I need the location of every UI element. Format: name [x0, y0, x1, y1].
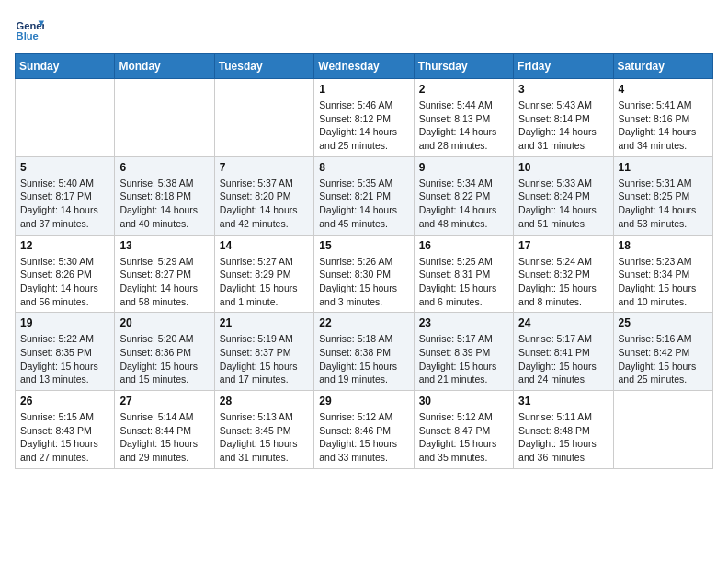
- day-info: Sunrise: 5:25 AMSunset: 8:31 PMDaylight:…: [419, 255, 508, 309]
- day-info: Sunrise: 5:15 AMSunset: 8:43 PMDaylight:…: [20, 410, 109, 465]
- calendar-cell: 13Sunrise: 5:29 AMSunset: 8:27 PMDayligh…: [115, 235, 214, 313]
- calendar-cell: 22Sunrise: 5:18 AMSunset: 8:38 PMDayligh…: [314, 313, 414, 391]
- day-info: Sunrise: 5:17 AMSunset: 8:41 PMDaylight:…: [518, 332, 608, 386]
- calendar-cell: 12Sunrise: 5:30 AMSunset: 8:26 PMDayligh…: [16, 235, 115, 313]
- day-info: Sunrise: 5:31 AMSunset: 8:25 PMDaylight:…: [619, 177, 708, 231]
- day-number: 18: [619, 239, 708, 252]
- day-number: 26: [20, 395, 109, 408]
- day-info: Sunrise: 5:26 AMSunset: 8:30 PMDaylight:…: [319, 255, 408, 309]
- day-number: 29: [319, 395, 408, 408]
- day-info: Sunrise: 5:46 AMSunset: 8:12 PMDaylight:…: [319, 98, 408, 153]
- day-number: 3: [518, 83, 608, 96]
- calendar-cell: 4Sunrise: 5:41 AMSunset: 8:16 PMDaylight…: [613, 79, 712, 157]
- day-number: 14: [220, 239, 309, 252]
- day-number: 2: [419, 83, 508, 96]
- calendar-week-row: 12Sunrise: 5:30 AMSunset: 8:26 PMDayligh…: [16, 235, 713, 313]
- calendar-cell: 28Sunrise: 5:13 AMSunset: 8:45 PMDayligh…: [214, 391, 313, 469]
- day-info: Sunrise: 5:19 AMSunset: 8:37 PMDaylight:…: [220, 332, 309, 386]
- day-info: Sunrise: 5:14 AMSunset: 8:44 PMDaylight:…: [119, 410, 209, 465]
- calendar-cell: 14Sunrise: 5:27 AMSunset: 8:29 PMDayligh…: [214, 235, 313, 313]
- calendar-cell: 21Sunrise: 5:19 AMSunset: 8:37 PMDayligh…: [214, 313, 313, 391]
- day-info: Sunrise: 5:29 AMSunset: 8:27 PMDaylight:…: [119, 255, 209, 309]
- calendar-week-row: 1Sunrise: 5:46 AMSunset: 8:12 PMDaylight…: [16, 79, 713, 157]
- calendar-cell: 10Sunrise: 5:33 AMSunset: 8:24 PMDayligh…: [514, 156, 613, 235]
- day-number: 8: [319, 161, 408, 174]
- calendar-cell: 5Sunrise: 5:40 AMSunset: 8:17 PMDaylight…: [16, 156, 115, 235]
- day-number: 11: [619, 161, 708, 174]
- calendar-week-row: 5Sunrise: 5:40 AMSunset: 8:17 PMDaylight…: [16, 156, 713, 235]
- calendar-cell: 24Sunrise: 5:17 AMSunset: 8:41 PMDayligh…: [514, 313, 613, 391]
- calendar-cell: 7Sunrise: 5:37 AMSunset: 8:20 PMDaylight…: [214, 156, 313, 235]
- calendar-table: SundayMondayTuesdayWednesdayThursdayFrid…: [15, 53, 713, 469]
- calendar-cell: 2Sunrise: 5:44 AMSunset: 8:13 PMDaylight…: [414, 79, 513, 157]
- logo: General Blue: [15, 15, 44, 44]
- day-of-week-header: Tuesday: [214, 54, 313, 79]
- calendar-cell: 20Sunrise: 5:20 AMSunset: 8:36 PMDayligh…: [115, 313, 214, 391]
- day-info: Sunrise: 5:40 AMSunset: 8:17 PMDaylight:…: [20, 177, 109, 231]
- day-info: Sunrise: 5:33 AMSunset: 8:24 PMDaylight:…: [518, 177, 608, 231]
- calendar-cell: 25Sunrise: 5:16 AMSunset: 8:42 PMDayligh…: [613, 313, 712, 391]
- day-number: 22: [319, 316, 408, 329]
- day-number: 20: [119, 316, 209, 329]
- day-number: 10: [518, 161, 608, 174]
- calendar-week-row: 19Sunrise: 5:22 AMSunset: 8:35 PMDayligh…: [16, 313, 713, 391]
- calendar-cell: 17Sunrise: 5:24 AMSunset: 8:32 PMDayligh…: [514, 235, 613, 313]
- day-of-week-header: Monday: [115, 54, 214, 79]
- calendar-header-row: SundayMondayTuesdayWednesdayThursdayFrid…: [16, 54, 713, 79]
- day-number: 13: [119, 239, 209, 252]
- day-info: Sunrise: 5:16 AMSunset: 8:42 PMDaylight:…: [619, 332, 708, 386]
- day-number: 9: [419, 161, 508, 174]
- day-number: 17: [518, 239, 608, 252]
- day-info: Sunrise: 5:12 AMSunset: 8:46 PMDaylight:…: [319, 410, 408, 465]
- calendar-cell: 16Sunrise: 5:25 AMSunset: 8:31 PMDayligh…: [414, 235, 513, 313]
- day-info: Sunrise: 5:27 AMSunset: 8:29 PMDaylight:…: [220, 255, 309, 309]
- day-info: Sunrise: 5:44 AMSunset: 8:13 PMDaylight:…: [419, 98, 508, 153]
- day-info: Sunrise: 5:34 AMSunset: 8:22 PMDaylight:…: [419, 177, 508, 231]
- calendar-cell: 23Sunrise: 5:17 AMSunset: 8:39 PMDayligh…: [414, 313, 513, 391]
- day-number: 1: [319, 83, 408, 96]
- calendar-cell: 26Sunrise: 5:15 AMSunset: 8:43 PMDayligh…: [16, 391, 115, 469]
- calendar-cell: 27Sunrise: 5:14 AMSunset: 8:44 PMDayligh…: [115, 391, 214, 469]
- logo-icon: General Blue: [15, 15, 44, 44]
- day-info: Sunrise: 5:11 AMSunset: 8:48 PMDaylight:…: [518, 410, 608, 465]
- calendar-cell: 11Sunrise: 5:31 AMSunset: 8:25 PMDayligh…: [613, 156, 712, 235]
- day-of-week-header: Saturday: [613, 54, 712, 79]
- calendar-cell: [115, 79, 214, 157]
- day-number: 31: [518, 395, 608, 408]
- day-number: 15: [319, 239, 408, 252]
- calendar-cell: 30Sunrise: 5:12 AMSunset: 8:47 PMDayligh…: [414, 391, 513, 469]
- svg-text:Blue: Blue: [17, 30, 39, 41]
- day-of-week-header: Wednesday: [314, 54, 414, 79]
- day-number: 19: [20, 316, 109, 329]
- calendar-body: 1Sunrise: 5:46 AMSunset: 8:12 PMDaylight…: [16, 79, 713, 469]
- day-number: 6: [119, 161, 209, 174]
- calendar-cell: [613, 391, 712, 469]
- day-info: Sunrise: 5:13 AMSunset: 8:45 PMDaylight:…: [220, 410, 309, 465]
- day-info: Sunrise: 5:18 AMSunset: 8:38 PMDaylight:…: [319, 332, 408, 386]
- page-header: General Blue: [15, 15, 713, 44]
- day-number: 12: [20, 239, 109, 252]
- day-number: 7: [220, 161, 309, 174]
- day-number: 4: [619, 83, 708, 96]
- day-info: Sunrise: 5:12 AMSunset: 8:47 PMDaylight:…: [419, 410, 508, 465]
- day-info: Sunrise: 5:35 AMSunset: 8:21 PMDaylight:…: [319, 177, 408, 231]
- day-info: Sunrise: 5:17 AMSunset: 8:39 PMDaylight:…: [419, 332, 508, 386]
- day-info: Sunrise: 5:24 AMSunset: 8:32 PMDaylight:…: [518, 255, 608, 309]
- day-number: 23: [419, 316, 508, 329]
- calendar-cell: 31Sunrise: 5:11 AMSunset: 8:48 PMDayligh…: [514, 391, 613, 469]
- day-info: Sunrise: 5:22 AMSunset: 8:35 PMDaylight:…: [20, 332, 109, 386]
- day-info: Sunrise: 5:23 AMSunset: 8:34 PMDaylight:…: [619, 255, 708, 309]
- calendar-cell: 18Sunrise: 5:23 AMSunset: 8:34 PMDayligh…: [613, 235, 712, 313]
- calendar-cell: 3Sunrise: 5:43 AMSunset: 8:14 PMDaylight…: [514, 79, 613, 157]
- day-of-week-header: Sunday: [16, 54, 115, 79]
- day-number: 28: [220, 395, 309, 408]
- calendar-week-row: 26Sunrise: 5:15 AMSunset: 8:43 PMDayligh…: [16, 391, 713, 469]
- day-number: 21: [220, 316, 309, 329]
- calendar-cell: 1Sunrise: 5:46 AMSunset: 8:12 PMDaylight…: [314, 79, 414, 157]
- calendar-cell: [214, 79, 313, 157]
- day-info: Sunrise: 5:38 AMSunset: 8:18 PMDaylight:…: [119, 177, 209, 231]
- day-info: Sunrise: 5:37 AMSunset: 8:20 PMDaylight:…: [220, 177, 309, 231]
- day-number: 5: [20, 161, 109, 174]
- calendar-cell: 15Sunrise: 5:26 AMSunset: 8:30 PMDayligh…: [314, 235, 414, 313]
- day-of-week-header: Friday: [514, 54, 613, 79]
